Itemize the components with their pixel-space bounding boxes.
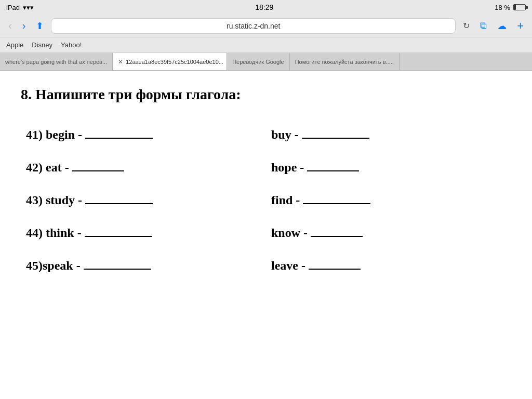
exercise-hope-verb: hope - — [271, 161, 304, 175]
status-left: iPad ▾▾▾ — [6, 4, 34, 11]
exercise-44-number: 44) — [26, 226, 43, 240]
exercise-44-blank — [85, 235, 152, 237]
tab-1-label: where's papa going with that ax перев... — [5, 59, 107, 65]
exercise-43-blank — [85, 202, 153, 204]
ipad-label: iPad — [6, 4, 20, 11]
exercise-buy-verb: buy - — [271, 128, 299, 142]
exercise-buy: buy - — [266, 118, 511, 151]
back-button[interactable]: ‹ — [5, 18, 15, 34]
status-right: 18 % — [495, 4, 526, 11]
exercise-45: 45)speak - — [21, 249, 266, 282]
exercise-hope: hope - — [266, 151, 511, 184]
add-tab-button[interactable]: + — [514, 17, 527, 35]
exercise-43-verb: study - — [46, 193, 82, 207]
wifi-icon: ▾▾▾ — [23, 4, 34, 11]
exercise-43-number: 43) — [26, 193, 43, 207]
exercise-42-blank — [72, 169, 124, 171]
exercise-find: find - — [266, 184, 511, 217]
status-time: 18:29 — [255, 3, 273, 11]
page-title: 8. Напишите три формы глагола: — [21, 86, 511, 103]
exercise-45-blank — [84, 268, 151, 270]
exercise-hope-blank — [307, 169, 359, 171]
exercise-know-blank — [311, 235, 363, 237]
cloud-button[interactable]: ☁ — [494, 18, 510, 34]
forward-button[interactable]: › — [19, 18, 29, 34]
tab-3-label: Переводчик Google — [232, 59, 284, 65]
nav-bar: ‹ › ⬆ ru.static.z-dn.net ↻ ⧉ ☁ + — [0, 15, 532, 37]
tab-view-button[interactable]: ⧉ — [477, 18, 490, 33]
exercise-leave-verb: leave - — [271, 259, 305, 273]
status-bar: iPad ▾▾▾ 18:29 18 % — [0, 0, 532, 15]
exercise-42: 42) eat - — [21, 151, 266, 184]
share-button[interactable]: ⬆ — [33, 18, 47, 34]
tab-1[interactable]: where's papa going with that ax перев... — [0, 53, 113, 70]
exercise-43: 43) study - — [21, 184, 266, 217]
exercise-grid: 41) begin - buy - 42) eat - hope - 43) s… — [21, 118, 511, 282]
tab-3[interactable]: Переводчик Google — [227, 53, 290, 70]
tab-2-close[interactable]: ✕ — [118, 58, 123, 65]
exercise-41-number: 41) — [26, 128, 43, 142]
bookmark-yahoo[interactable]: Yahoo! — [61, 41, 82, 49]
exercise-find-verb: find - — [271, 193, 300, 207]
reload-button[interactable]: ↻ — [460, 19, 473, 33]
exercise-42-number: 42) — [26, 161, 43, 175]
exercise-41-blank — [85, 137, 153, 139]
bookmark-apple[interactable]: Apple — [6, 41, 23, 49]
battery-icon — [513, 4, 526, 10]
tab-4-label: Помогите пожалуйста закончить в..... — [295, 59, 394, 65]
exercise-45-number: 45) — [26, 259, 43, 273]
exercise-41-verb: begin - — [46, 128, 82, 142]
exercise-find-blank — [303, 202, 370, 204]
tab-2-label: 12aaea1a8ec39f57c25c1004ae0e10... — [126, 59, 223, 65]
tabs-bar: where's papa going with that ax перев...… — [0, 53, 532, 71]
battery-percent: 18 % — [495, 4, 510, 11]
exercise-41: 41) begin - — [21, 118, 266, 151]
bookmark-disney[interactable]: Disney — [32, 41, 52, 49]
exercise-leave: leave - — [266, 249, 511, 282]
tab-4[interactable]: Помогите пожалуйста закончить в..... — [290, 53, 400, 70]
url-text: ru.static.z-dn.net — [227, 22, 281, 30]
exercise-44-verb: think - — [46, 226, 82, 240]
exercise-45-verb: speak - — [43, 259, 81, 273]
bookmarks-bar: Apple Disney Yahoo! — [0, 37, 532, 53]
main-content: 8. Напишите три формы глагола: 41) begin… — [0, 71, 532, 399]
exercise-42-verb: eat - — [46, 161, 69, 175]
address-bar[interactable]: ru.static.z-dn.net — [51, 18, 456, 34]
exercise-know-verb: know - — [271, 226, 308, 240]
exercise-44: 44) think - — [21, 217, 266, 249]
exercise-leave-blank — [309, 268, 361, 270]
tab-2[interactable]: ✕ 12aaea1a8ec39f57c25c1004ae0e10... — [113, 53, 227, 70]
exercise-know: know - — [266, 217, 511, 249]
exercise-buy-blank — [302, 137, 369, 139]
